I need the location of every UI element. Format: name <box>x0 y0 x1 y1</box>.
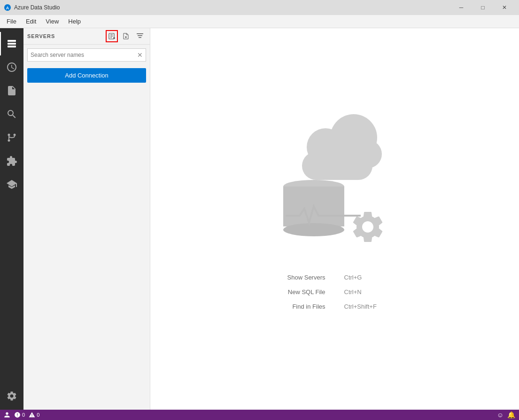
status-smiley[interactable]: ☺ <box>497 411 504 419</box>
svg-rect-19 <box>139 37 141 38</box>
shortcut-show-servers-key: Ctrl+G <box>344 274 391 281</box>
new-file-icon <box>6 85 17 96</box>
app-body: SERVERS <box>0 28 519 410</box>
cloud-decoration <box>293 128 382 180</box>
menubar: File Edit View Help <box>0 15 519 28</box>
sidebar-header: SERVERS <box>23 28 150 45</box>
close-button[interactable]: ✕ <box>494 0 515 15</box>
account-icon <box>4 412 10 418</box>
status-account[interactable] <box>4 412 10 418</box>
status-errors[interactable]: 0 <box>14 412 25 418</box>
history-icon <box>6 62 17 73</box>
add-from-file-icon-btn[interactable] <box>120 30 132 42</box>
sidebar-item-extensions[interactable] <box>0 149 23 173</box>
welcome-graphic <box>269 128 401 260</box>
sidebar-item-history[interactable] <box>0 55 23 79</box>
menu-view[interactable]: View <box>41 16 63 27</box>
sidebar-item-deployments[interactable] <box>0 173 23 196</box>
sidebar-item-search[interactable] <box>0 102 23 126</box>
activity-bar <box>0 28 23 410</box>
minimize-button[interactable]: ─ <box>450 0 472 15</box>
new-connection-icon-btn[interactable] <box>106 30 118 42</box>
shortcut-show-servers: Show Servers Ctrl+G <box>279 274 391 281</box>
warning-icon <box>29 412 35 418</box>
maximize-button[interactable]: □ <box>472 0 494 15</box>
deployments-icon <box>6 179 17 190</box>
svg-point-5 <box>8 140 10 142</box>
source-control-icon <box>6 132 17 143</box>
menu-edit[interactable]: Edit <box>21 16 41 27</box>
svg-rect-17 <box>137 33 143 34</box>
svg-rect-2 <box>8 40 16 42</box>
main-content: Show Servers Ctrl+G New SQL File Ctrl+N … <box>150 28 519 410</box>
svg-point-7 <box>14 134 16 136</box>
shortcut-new-sql-label: New SQL File <box>279 288 325 296</box>
sidebar-title: SERVERS <box>27 33 106 39</box>
svg-rect-18 <box>138 35 142 36</box>
servers-icon <box>6 38 17 49</box>
sidebar-item-source-control[interactable] <box>0 126 23 149</box>
shortcuts-section: Show Servers Ctrl+G New SQL File Ctrl+N … <box>279 274 391 310</box>
app-title: Azure Data Studio <box>14 4 450 11</box>
filter-icon-btn[interactable] <box>134 30 146 42</box>
search-input[interactable] <box>31 52 137 58</box>
statusbar: 0 0 ☺ 🔔 <box>0 410 519 420</box>
add-connection-button[interactable]: Add Connection <box>27 68 146 83</box>
shortcut-show-servers-label: Show Servers <box>279 274 325 281</box>
menu-file[interactable]: File <box>2 16 21 27</box>
svg-point-6 <box>8 134 10 136</box>
svg-rect-3 <box>8 43 16 45</box>
sidebar-item-new-file[interactable] <box>0 79 23 102</box>
svg-text:A: A <box>6 6 9 10</box>
error-count: 0 <box>22 412 25 418</box>
status-left: 0 0 <box>4 412 497 418</box>
sidebar-item-settings[interactable] <box>0 386 23 410</box>
new-connection-icon <box>108 32 116 40</box>
search-bar: ✕ <box>27 48 146 62</box>
status-right: ☺ 🔔 <box>497 411 515 419</box>
shortcut-new-sql-key: Ctrl+N <box>344 288 391 296</box>
titlebar: A Azure Data Studio ─ □ ✕ <box>0 0 519 15</box>
error-icon <box>14 412 21 418</box>
sidebar-toolbar <box>106 30 146 42</box>
sidebar-panel: SERVERS <box>23 28 150 410</box>
settings-icon <box>6 390 17 402</box>
add-from-file-icon <box>122 32 130 40</box>
svg-rect-4 <box>8 46 16 47</box>
search-clear-button[interactable]: ✕ <box>137 51 143 59</box>
warning-count: 0 <box>37 412 39 418</box>
status-warnings[interactable]: 0 <box>29 412 39 418</box>
gear-decoration <box>349 208 391 250</box>
window-controls: ─ □ ✕ <box>450 0 515 15</box>
filter-icon <box>136 32 144 40</box>
status-bell[interactable]: 🔔 <box>507 411 515 419</box>
search-icon <box>6 109 17 120</box>
menu-help[interactable]: Help <box>63 16 85 27</box>
shortcut-find-files-key: Ctrl+Shift+F <box>344 303 391 310</box>
shortcut-find-files: Find in Files Ctrl+Shift+F <box>279 303 391 310</box>
sidebar-item-servers[interactable] <box>0 32 23 55</box>
shortcut-find-files-label: Find in Files <box>279 303 325 310</box>
shortcut-new-sql: New SQL File Ctrl+N <box>279 288 391 296</box>
extensions-icon <box>6 156 17 167</box>
app-icon: A <box>4 4 11 11</box>
